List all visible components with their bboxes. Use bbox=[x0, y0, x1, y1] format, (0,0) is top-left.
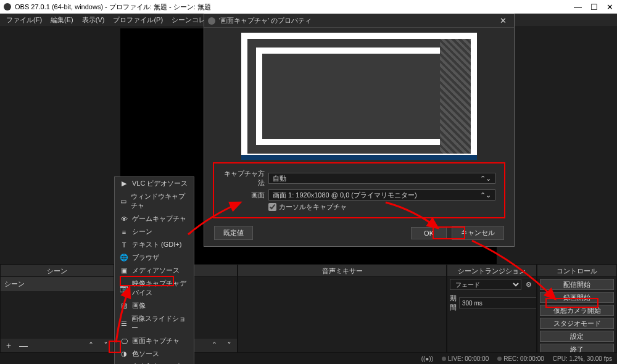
ctx-item-icon: 👁 bbox=[120, 215, 128, 223]
start-streaming-button[interactable]: 配信開始 bbox=[540, 279, 614, 290]
ctx-item-5[interactable]: 🌐ブラウザ bbox=[115, 251, 194, 264]
scenes-header: シーン bbox=[1, 265, 114, 277]
scene-down-button[interactable]: ˅ bbox=[100, 341, 111, 350]
ctx-item-label: ブラウザ bbox=[132, 253, 159, 262]
scene-add-button[interactable]: + bbox=[3, 341, 14, 350]
scene-up-button[interactable]: ˄ bbox=[85, 341, 96, 350]
ctx-item-label: メディアソース bbox=[132, 266, 180, 275]
dialog-title: '画面キャプチャ' のプロパティ bbox=[219, 16, 496, 25]
window-maximize[interactable]: ☐ bbox=[590, 2, 598, 12]
dialog-icon bbox=[208, 17, 215, 25]
ctx-item-label: 画像スライドショー bbox=[131, 314, 189, 333]
source-up-button[interactable]: ˄ bbox=[209, 341, 220, 350]
capture-method-label: キャプチャ方法 bbox=[223, 169, 265, 188]
menu-edit[interactable]: 編集(E) bbox=[47, 14, 77, 26]
exit-button[interactable]: 終了 bbox=[540, 344, 614, 352]
cancel-button[interactable]: キャンセル bbox=[452, 226, 504, 240]
window-minimize[interactable]: — bbox=[574, 2, 582, 12]
dialog-close-button[interactable]: ✕ bbox=[496, 16, 510, 25]
add-source-context-menu: ▶VLC ビデオソース▭ウィンドウキャプチャ👁ゲームキャプチャ≡シーンTテキスト… bbox=[114, 176, 194, 364]
scene-item[interactable]: シーン bbox=[1, 277, 114, 291]
ctx-item-8[interactable]: ▧画像 bbox=[115, 299, 194, 312]
source-down-button[interactable]: ˅ bbox=[223, 341, 234, 350]
ctx-item-2[interactable]: 👁ゲームキャプチャ bbox=[115, 212, 194, 225]
ok-button[interactable]: OK bbox=[411, 227, 447, 239]
ctx-item-icon: ☰ bbox=[120, 320, 128, 328]
ctx-item-1[interactable]: ▭ウィンドウキャプチャ bbox=[115, 190, 194, 212]
transitions-header: シーントランジション bbox=[447, 265, 536, 277]
ctx-item-icon: 🖵 bbox=[120, 337, 128, 345]
ctx-item-label: 画面キャプチャ bbox=[132, 336, 180, 345]
ctx-item-0[interactable]: ▶VLC ビデオソース bbox=[115, 177, 194, 190]
ctx-item-icon: ▧ bbox=[120, 302, 128, 310]
ctx-item-icon: 🌐 bbox=[120, 254, 128, 262]
transition-type-select[interactable]: フェード bbox=[450, 279, 521, 290]
cpu-status: CPU: 1.2%, 30.00 fps bbox=[553, 355, 612, 362]
ctx-item-icon: T bbox=[120, 241, 128, 249]
transition-duration-label: 期間 bbox=[450, 294, 457, 312]
ctx-item-label: 画像 bbox=[132, 301, 146, 310]
ctx-item-label: ウィンドウキャプチャ bbox=[131, 192, 189, 210]
screen-label: 画面 bbox=[223, 191, 265, 200]
transition-settings-icon[interactable]: ⚙ bbox=[524, 281, 534, 289]
ctx-item-label: シーン bbox=[132, 227, 152, 236]
ctx-item-icon: ≡ bbox=[120, 228, 128, 236]
ctx-item-icon: ◑ bbox=[120, 350, 128, 358]
ctx-item-9[interactable]: ☰画像スライドショー bbox=[115, 312, 194, 334]
mixer-header: 音声ミキサー bbox=[238, 265, 446, 277]
ctx-item-10[interactable]: 🖵画面キャプチャ bbox=[115, 334, 194, 347]
screen-select[interactable]: 画面 1: 1920x1080 @ 0,0 (プライマリモニター)⌃⌄ bbox=[268, 189, 495, 201]
capture-method-select[interactable]: 自動⌃⌄ bbox=[268, 173, 495, 184]
defaults-button[interactable]: 既定値 bbox=[214, 226, 253, 240]
menu-file[interactable]: ファイル(F) bbox=[2, 14, 46, 26]
obs-icon bbox=[4, 3, 11, 10]
ctx-item-icon: ▣ bbox=[120, 267, 128, 275]
window-title: OBS 27.0.1 (64-bit, windows) - プロファイル: 無… bbox=[15, 2, 574, 12]
studio-mode-button[interactable]: スタジオモード bbox=[540, 318, 614, 329]
menu-view[interactable]: 表示(V) bbox=[78, 14, 109, 26]
ctx-item-label: 色ソース bbox=[132, 349, 159, 358]
ctx-item-icon: ▭ bbox=[120, 197, 127, 205]
ctx-item-label: VLC ビデオソース bbox=[132, 179, 188, 188]
scenes-toolbar: + — ˄ ˅ bbox=[1, 339, 114, 352]
ctx-item-icon: ▶ bbox=[120, 180, 128, 188]
statusbar: ((●)) LIVE: 00:00:00 REC: 00:00:00 CPU: … bbox=[0, 353, 617, 364]
ctx-item-11[interactable]: ◑色ソース bbox=[115, 347, 194, 360]
capture-cursor-checkbox[interactable]: カーソルをキャプチャ bbox=[268, 202, 347, 212]
ctx-item-label: テキスト (GDI+) bbox=[132, 240, 181, 249]
menu-profile[interactable]: プロファイル(P) bbox=[109, 14, 167, 26]
window-close[interactable]: ✕ bbox=[607, 2, 613, 12]
live-status: LIVE: 00:00:00 bbox=[448, 355, 489, 362]
ctx-item-7[interactable]: 📷映像キャプチャデバイス bbox=[115, 277, 194, 299]
settings-button[interactable]: 設定 bbox=[540, 331, 614, 342]
dialog-preview bbox=[241, 33, 477, 160]
start-recording-button[interactable]: 録画開始 bbox=[540, 292, 614, 303]
ctx-item-12[interactable]: 🎤音声入力キャプチャ bbox=[115, 360, 194, 364]
ctx-item-3[interactable]: ≡シーン bbox=[115, 225, 194, 238]
ctx-item-6[interactable]: ▣メディアソース bbox=[115, 264, 194, 277]
ctx-item-4[interactable]: Tテキスト (GDI+) bbox=[115, 238, 194, 251]
ctx-item-label: ゲームキャプチャ bbox=[132, 214, 186, 223]
transition-duration-input[interactable] bbox=[459, 297, 536, 308]
controls-header: コントロール bbox=[537, 265, 616, 277]
display-capture-properties-dialog: '画面キャプチャ' のプロパティ ✕ キャプチャ方法 自動⌃⌄ 画面 画面 1:… bbox=[204, 14, 515, 247]
connection-icon: ((●)) bbox=[421, 355, 433, 362]
rec-status: REC: 00:00:00 bbox=[503, 355, 544, 362]
ctx-item-icon: 📷 bbox=[120, 284, 128, 292]
ctx-item-label: 映像キャプチャデバイス bbox=[132, 279, 189, 297]
scene-remove-button[interactable]: — bbox=[18, 341, 29, 350]
start-virtual-cam-button[interactable]: 仮想カメラ開始 bbox=[540, 305, 614, 316]
